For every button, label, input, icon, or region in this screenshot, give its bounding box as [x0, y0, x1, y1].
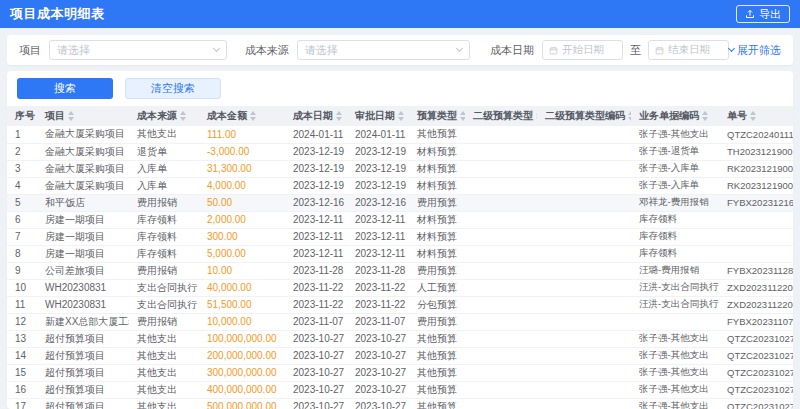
export-button[interactable]: 导出: [736, 5, 790, 23]
column-header[interactable]: 审批日期: [347, 106, 409, 126]
cell: 房建一期项目: [37, 245, 129, 262]
table-row[interactable]: 16超付预算项目其他支出400,000,000.002023-10-272023…: [7, 381, 793, 398]
filter-bar: 项目 请选择 成本来源 请选择 成本日期 开始日期 至 结束日期 展开筛选: [7, 35, 793, 65]
cell: 张子强-其他支出: [631, 330, 719, 347]
date-start-input[interactable]: 开始日期: [542, 40, 623, 60]
sort-icon: [628, 111, 631, 121]
table-row[interactable]: 7房建一期项目库存领料300.002023-12-112023-12-11材料预…: [7, 228, 793, 245]
cell: FYBX20231216001: [719, 194, 793, 211]
cell: 库存领料: [129, 245, 199, 262]
cell: 费用报销: [129, 194, 199, 211]
cell: RK20231219002: [719, 177, 793, 194]
sort-icon: [68, 111, 74, 121]
column-header[interactable]: 二级预算类型: [465, 106, 537, 126]
table-row[interactable]: 10WH20230831支出合同执行40,000.002023-11-22202…: [7, 279, 793, 296]
column-header[interactable]: 二级预算类型编码: [537, 106, 631, 126]
cell: 3: [7, 160, 37, 177]
table-row[interactable]: 11WH20230831支出合同执行51,500.002023-11-22202…: [7, 296, 793, 313]
project-select[interactable]: 请选择: [49, 40, 227, 60]
expand-filters-link[interactable]: 展开筛选: [729, 43, 781, 58]
cell: 2023-11-07: [347, 313, 409, 330]
date-end-input[interactable]: 结束日期: [648, 40, 729, 60]
column-header[interactable]: 预算类型: [409, 106, 465, 126]
cell: 材料预算: [409, 143, 465, 160]
table-row[interactable]: 5和平饭店费用报销50.002023-12-162023-12-16费用预算邓祥…: [7, 194, 793, 211]
sort-icon: [180, 111, 186, 121]
cell: [465, 211, 537, 228]
table-row[interactable]: 12新建XX总部大厦工程二期费用报销10,000.002023-11-07202…: [7, 313, 793, 330]
cell: 10.00: [199, 262, 285, 279]
project-label: 项目: [19, 43, 41, 58]
cell: 分包预算: [409, 296, 465, 313]
table-row[interactable]: 17超付预算项目其他支出500,000,000.002023-10-272023…: [7, 398, 793, 409]
cell: 汪洪-支出合同执行: [631, 279, 719, 296]
cell: 其他预算: [409, 126, 465, 143]
date-label: 成本日期: [490, 43, 534, 58]
column-header[interactable]: 业务单据编码: [631, 106, 719, 126]
cell: 10,000.00: [199, 313, 285, 330]
cell: 2,000.00: [199, 211, 285, 228]
cell: [537, 279, 631, 296]
search-button[interactable]: 搜索: [17, 78, 113, 99]
calendar-icon: [549, 46, 558, 55]
cell: 新建XX总部大厦工程二期: [37, 313, 129, 330]
cell: 支出合同执行: [129, 279, 199, 296]
column-header[interactable]: 成本日期: [285, 106, 347, 126]
table-row[interactable]: 8房建一期项目库存领料5,000.002023-12-112023-12-11材…: [7, 245, 793, 262]
column-header[interactable]: 成本来源: [129, 106, 199, 126]
cell: [465, 330, 537, 347]
column-header[interactable]: 项目: [37, 106, 129, 126]
source-select[interactable]: 请选择: [297, 40, 470, 60]
cell: 和平饭店: [37, 194, 129, 211]
table-row[interactable]: 4金融大厦采购项目入库单4,000.002023-12-192023-12-19…: [7, 177, 793, 194]
cell: 2023-12-19: [347, 143, 409, 160]
sort-icon: [750, 111, 756, 121]
cell: 其他预算: [409, 381, 465, 398]
cell: [465, 398, 537, 409]
cell: QTZC20231027002: [719, 347, 793, 364]
table-row[interactable]: 13超付预算项目其他支出100,000,000.002023-10-272023…: [7, 330, 793, 347]
table-row[interactable]: 2金融大厦采购项目退货单-3,000.002023-12-192023-12-1…: [7, 143, 793, 160]
chevron-down-icon: [213, 45, 220, 52]
table-row[interactable]: 1金融大厦采购项目其他支出111.002024-01-112024-01-11其…: [7, 126, 793, 143]
table-row[interactable]: 9公司差旅项目费用报销10.002023-11-282023-11-28费用预算…: [7, 262, 793, 279]
cell: 张子强-其他支出: [631, 347, 719, 364]
cell: 其他支出: [129, 347, 199, 364]
clear-search-button[interactable]: 清空搜索: [125, 78, 221, 99]
cell: 300,000,000.00: [199, 364, 285, 381]
cell: [465, 381, 537, 398]
cell: 2023-12-16: [285, 194, 347, 211]
table-row[interactable]: 14超付预算项目其他支出200,000,000.002023-10-272023…: [7, 347, 793, 364]
cell: 汪璐-费用报销: [631, 262, 719, 279]
cell: [465, 194, 537, 211]
cell: 2023-10-27: [285, 364, 347, 381]
expand-filters-label: 展开筛选: [737, 43, 781, 58]
cell: 超付预算项目: [37, 398, 129, 409]
cell: 2023-11-22: [347, 279, 409, 296]
cell: 费用报销: [129, 262, 199, 279]
export-icon: [745, 9, 755, 19]
cell: 材料预算: [409, 245, 465, 262]
cell: [537, 296, 631, 313]
table-row[interactable]: 6房建一期项目库存领料2,000.002023-12-112023-12-11材…: [7, 211, 793, 228]
cell: 超付预算项目: [37, 347, 129, 364]
cell: [465, 364, 537, 381]
table-row[interactable]: 15超付预算项目其他支出300,000,000.002023-10-272023…: [7, 364, 793, 381]
cell: 张子强-其他支出: [631, 398, 719, 409]
cell: 2: [7, 143, 37, 160]
table-header-row: 序号项目成本来源成本金额成本日期审批日期预算类型二级预算类型二级预算类型编码业务…: [7, 106, 793, 126]
cell: 金融大厦采购项目: [37, 143, 129, 160]
cell: 超付预算项目: [37, 381, 129, 398]
column-label: 二级预算类型: [473, 110, 533, 121]
cell: 11: [7, 296, 37, 313]
cell: 费用报销: [129, 313, 199, 330]
cell: 库存领料: [129, 211, 199, 228]
column-header[interactable]: 单号: [719, 106, 793, 126]
table-row[interactable]: 3金融大厦采购项目入库单31,300.002023-12-192023-12-1…: [7, 160, 793, 177]
cell: QTZC20231027002: [719, 381, 793, 398]
cell: 300.00: [199, 228, 285, 245]
column-label: 审批日期: [355, 110, 395, 121]
column-header[interactable]: 序号: [7, 106, 37, 126]
column-header[interactable]: 成本金额: [199, 106, 285, 126]
cell: ZXD20231122001: [719, 296, 793, 313]
